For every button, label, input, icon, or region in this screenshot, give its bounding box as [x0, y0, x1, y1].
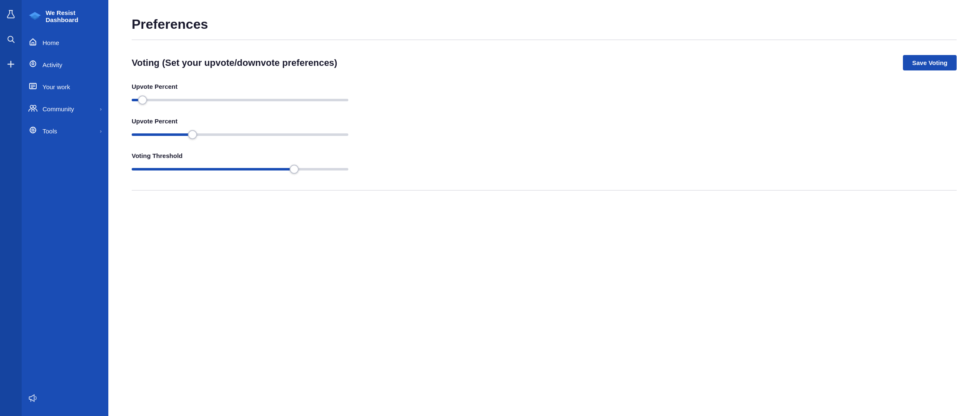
tools-chevron-icon: › — [100, 128, 102, 134]
slider-thumb-upvote-1[interactable] — [138, 95, 147, 105]
your-work-icon — [28, 82, 38, 92]
section-header: Voting (Set your upvote/downvote prefere… — [132, 55, 957, 70]
slider-track-voting-threshold — [132, 165, 348, 173]
activity-icon — [28, 60, 38, 70]
nav-items: Home Activity — [22, 32, 108, 388]
home-icon — [28, 38, 38, 48]
svg-rect-7 — [32, 43, 34, 45]
sidebar-item-tools-label: Tools — [42, 128, 57, 135]
voting-section-title: Voting (Set your upvote/downvote prefere… — [132, 58, 337, 68]
svg-point-9 — [32, 63, 34, 65]
sidebar-item-activity[interactable]: Activity — [22, 54, 108, 76]
slider-thumb-upvote-2[interactable] — [188, 130, 197, 139]
brand-header: We Resist Dashboard — [22, 6, 108, 32]
sidebar-item-community-label: Community — [42, 105, 74, 113]
save-voting-button[interactable]: Save Voting — [903, 55, 957, 70]
slider-track-upvote-2 — [132, 130, 348, 139]
slider-group-voting-threshold: Voting Threshold — [132, 152, 957, 173]
svg-point-19 — [31, 128, 35, 132]
search-icon[interactable] — [4, 33, 18, 46]
sidebar-icon-bar — [0, 0, 22, 416]
sidebar: We Resist Dashboard Home — [0, 0, 108, 416]
svg-line-2 — [12, 41, 15, 43]
add-icon[interactable] — [4, 58, 18, 71]
flask-icon[interactable] — [4, 8, 18, 21]
bottom-divider — [132, 190, 957, 190]
sidebar-item-tools[interactable]: Tools › — [22, 120, 108, 142]
slider-track-upvote-1 — [132, 96, 348, 104]
slider-group-upvote-1: Upvote Percent — [132, 83, 957, 104]
svg-point-15 — [30, 105, 33, 108]
sidebar-item-your-work[interactable]: Your work — [22, 76, 108, 98]
megaphone-icon[interactable] — [22, 388, 108, 410]
community-chevron-icon: › — [100, 106, 102, 112]
sidebar-item-your-work-label: Your work — [42, 83, 70, 90]
slider-label-upvote-2: Upvote Percent — [132, 118, 957, 125]
slider-label-voting-threshold: Voting Threshold — [132, 152, 957, 159]
sidebar-item-community[interactable]: Community › — [22, 98, 108, 120]
sidebar-item-home-label: Home — [42, 39, 59, 46]
sidebar-item-home[interactable]: Home — [22, 32, 108, 54]
sidebar-content: We Resist Dashboard Home — [22, 0, 108, 416]
svg-point-16 — [33, 105, 36, 108]
top-divider — [132, 40, 957, 40]
brand-logo-icon — [28, 10, 41, 22]
slider-group-upvote-2: Upvote Percent — [132, 118, 957, 139]
slider-label-upvote-1: Upvote Percent — [132, 83, 957, 90]
svg-point-18 — [32, 129, 34, 131]
tools-icon — [28, 126, 38, 136]
brand-title: We Resist Dashboard — [45, 9, 102, 23]
community-icon — [28, 104, 38, 114]
sidebar-item-activity-label: Activity — [42, 61, 62, 68]
main-content: Preferences Voting (Set your upvote/down… — [108, 0, 980, 416]
page-title: Preferences — [132, 17, 957, 32]
slider-thumb-voting-threshold[interactable] — [290, 165, 299, 174]
